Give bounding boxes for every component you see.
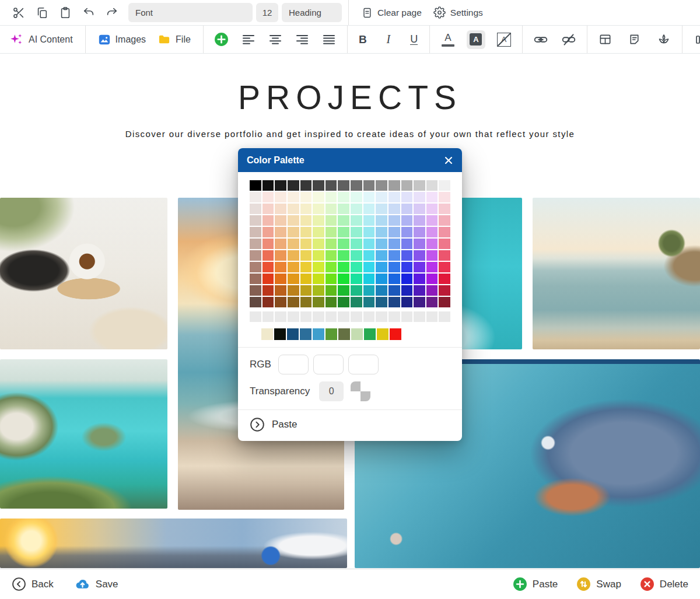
photo-infinity-pool-palm[interactable] <box>533 198 700 349</box>
palette-swatch[interactable] <box>439 262 450 272</box>
font-select[interactable]: Font <box>128 3 253 22</box>
palette-swatch[interactable] <box>275 204 286 214</box>
settings-button[interactable]: Settings <box>433 6 483 19</box>
redo-button[interactable] <box>100 2 124 23</box>
images-button[interactable]: Images <box>98 33 146 46</box>
palette-swatch[interactable] <box>313 215 324 226</box>
custom-color-swatch[interactable] <box>326 328 337 340</box>
justify-button[interactable] <box>317 29 341 50</box>
palette-empty-swatch[interactable] <box>326 311 337 322</box>
palette-swatch[interactable] <box>439 274 450 284</box>
palette-swatch[interactable] <box>414 285 425 296</box>
palette-swatch[interactable] <box>401 227 413 237</box>
palette-empty-swatch[interactable] <box>439 311 450 322</box>
palette-swatch[interactable] <box>363 239 375 249</box>
palette-swatch[interactable] <box>300 227 312 237</box>
palette-swatch[interactable] <box>262 262 274 272</box>
palette-empty-swatch[interactable] <box>351 311 362 322</box>
palette-swatch[interactable] <box>426 180 438 191</box>
palette-swatch[interactable] <box>401 180 413 191</box>
custom-color-swatch[interactable] <box>390 328 401 340</box>
dialog-header[interactable]: Color Palette <box>238 148 462 172</box>
palette-empty-swatch[interactable] <box>288 311 299 322</box>
palette-swatch[interactable] <box>439 192 450 202</box>
palette-swatch[interactable] <box>275 227 286 237</box>
custom-color-swatch[interactable] <box>300 328 312 340</box>
palette-swatch[interactable] <box>326 250 337 261</box>
custom-color-swatch[interactable] <box>287 328 299 340</box>
palette-swatch[interactable] <box>376 227 387 237</box>
palette-swatch[interactable] <box>401 192 413 202</box>
palette-swatch[interactable] <box>439 285 450 296</box>
palette-swatch[interactable] <box>426 204 438 214</box>
palette-swatch[interactable] <box>313 250 324 261</box>
palette-swatch[interactable] <box>351 297 362 307</box>
custom-color-swatch[interactable] <box>351 328 363 340</box>
ai-content-button[interactable]: AI Content <box>9 32 73 47</box>
palette-swatch[interactable] <box>414 239 425 249</box>
palette-empty-swatch[interactable] <box>414 311 425 322</box>
palette-swatch[interactable] <box>250 262 261 272</box>
palette-swatch[interactable] <box>250 227 261 237</box>
font-size-select[interactable]: 12 <box>256 3 278 22</box>
palette-swatch[interactable] <box>414 274 425 284</box>
palette-swatch[interactable] <box>288 262 299 272</box>
palette-swatch[interactable] <box>300 180 312 191</box>
cut-button[interactable] <box>7 2 30 23</box>
palette-swatch[interactable] <box>363 274 375 284</box>
palette-swatch[interactable] <box>388 215 400 226</box>
delete-button[interactable]: Delete <box>640 577 688 591</box>
theme-button[interactable] <box>652 29 676 50</box>
palette-swatch[interactable] <box>326 227 337 237</box>
palette-swatch[interactable] <box>313 204 324 214</box>
palette-swatch[interactable] <box>275 239 286 249</box>
dialog-paste-button[interactable]: Paste <box>238 409 462 441</box>
palette-swatch[interactable] <box>326 180 337 191</box>
palette-swatch[interactable] <box>338 285 349 296</box>
palette-swatch[interactable] <box>338 180 349 191</box>
palette-swatch[interactable] <box>363 262 375 272</box>
palette-swatch[interactable] <box>363 192 375 202</box>
custom-color-swatch[interactable] <box>313 328 324 340</box>
palette-swatch[interactable] <box>262 285 274 296</box>
palette-swatch[interactable] <box>414 192 425 202</box>
rgb-g-input[interactable] <box>313 355 344 374</box>
palette-swatch[interactable] <box>275 262 286 272</box>
palette-swatch[interactable] <box>376 180 387 191</box>
palette-swatch[interactable] <box>351 274 362 284</box>
palette-swatch[interactable] <box>388 227 400 237</box>
palette-swatch[interactable] <box>414 297 425 307</box>
align-center-button[interactable] <box>264 29 287 50</box>
palette-swatch[interactable] <box>300 215 312 226</box>
palette-swatch[interactable] <box>401 285 413 296</box>
palette-swatch[interactable] <box>376 297 387 307</box>
photo-sunset-town-blue-dome[interactable] <box>0 519 347 568</box>
photo-turquoise-bay-cliffs[interactable] <box>0 359 167 509</box>
palette-swatch[interactable] <box>426 192 438 202</box>
palette-swatch[interactable] <box>250 239 261 249</box>
close-button[interactable] <box>444 156 453 165</box>
palette-swatch[interactable] <box>338 274 349 284</box>
palette-swatch[interactable] <box>388 250 400 261</box>
palette-swatch[interactable] <box>376 192 387 202</box>
transparency-input[interactable] <box>319 381 344 401</box>
palette-swatch[interactable] <box>262 180 274 191</box>
palette-swatch[interactable] <box>363 250 375 261</box>
palette-swatch[interactable] <box>338 192 349 202</box>
clear-page-button[interactable]: Clear page <box>361 7 422 19</box>
palette-swatch[interactable] <box>439 250 450 261</box>
custom-color-swatch[interactable] <box>338 328 350 340</box>
custom-color-swatch[interactable] <box>261 328 273 340</box>
palette-swatch[interactable] <box>388 285 400 296</box>
paragraph-style-select[interactable]: Heading <box>282 3 342 22</box>
palette-swatch[interactable] <box>388 192 400 202</box>
palette-swatch[interactable] <box>250 274 261 284</box>
palette-swatch[interactable] <box>388 204 400 214</box>
palette-empty-swatch[interactable] <box>401 311 413 322</box>
palette-swatch[interactable] <box>313 297 324 307</box>
palette-swatch[interactable] <box>414 227 425 237</box>
palette-swatch[interactable] <box>288 192 299 202</box>
palette-empty-swatch[interactable] <box>388 311 400 322</box>
palette-swatch[interactable] <box>388 239 400 249</box>
palette-swatch[interactable] <box>401 250 413 261</box>
